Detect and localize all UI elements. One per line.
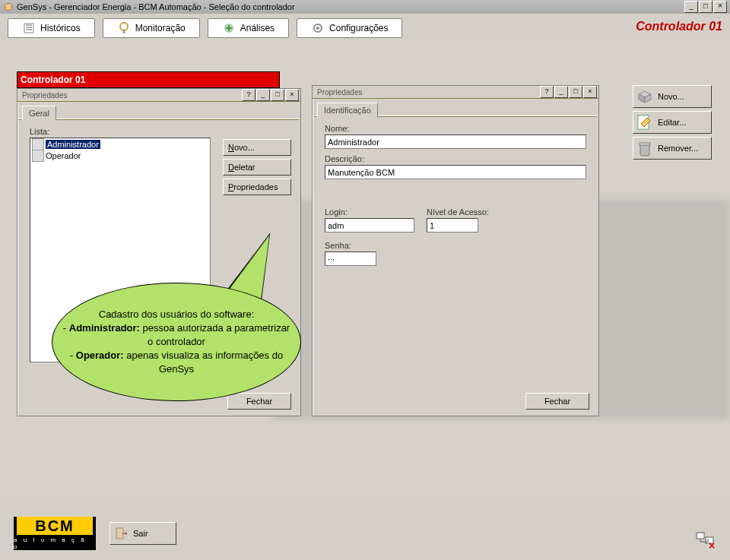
novo-side-button[interactable]: Novo...: [633, 85, 712, 108]
svg-point-7: [316, 27, 319, 30]
properties-panel-right: Propriedades ? _ □ × Identificação Nome:…: [312, 85, 599, 416]
svg-rect-11: [697, 533, 704, 539]
exit-icon: [115, 527, 129, 540]
panel-close[interactable]: ×: [583, 86, 597, 98]
monitoracao-label: Monitoração: [135, 23, 186, 33]
user-icon: [32, 138, 44, 150]
login-field[interactable]: adm: [325, 218, 414, 233]
svg-rect-9: [640, 143, 650, 145]
controller-header: Controlador 01: [17, 71, 280, 88]
propriedades-button[interactable]: Propriedades: [223, 179, 291, 195]
help-button[interactable]: ?: [242, 89, 256, 101]
gear-icon: [311, 21, 325, 35]
monitoracao-button[interactable]: Monitoração: [103, 18, 200, 38]
remover-side-label: Remover...: [658, 144, 698, 153]
nivel-label: Nível de Acesso:: [427, 207, 489, 217]
panel-minimize[interactable]: _: [554, 86, 568, 98]
list-item[interactable]: Operador: [30, 150, 210, 161]
sair-label: Sair: [133, 529, 148, 538]
callout-bubble: Cadastro dos usuários do software: - Adm…: [52, 283, 301, 401]
svg-rect-10: [116, 528, 123, 539]
panel-right-title: Propriedades: [314, 88, 539, 96]
svg-text:×: ×: [709, 539, 715, 551]
svg-rect-4: [123, 30, 125, 33]
content-area: Controlador 01 Propriedades ? _ □ × Gera…: [0, 40, 730, 495]
app-title-bar: GenSys - Gerenciador Energia - BCM Autom…: [0, 0, 730, 14]
monitoracao-icon: [117, 21, 131, 35]
box-icon: [636, 88, 653, 105]
callout-line2: - Administrador: pessoa autorizada a par…: [60, 321, 293, 349]
nome-field[interactable]: Administrador: [325, 134, 586, 149]
tab-identificacao[interactable]: Identificação: [317, 103, 378, 118]
bcm-logo: BCM a u t o m a ç ã o: [14, 517, 96, 550]
user-icon: [32, 150, 44, 162]
callout-line3: - Operador: apenas visualiza as informaç…: [60, 349, 293, 376]
list-item[interactable]: Administrador: [30, 138, 210, 150]
sair-button[interactable]: Sair: [110, 522, 176, 545]
trash-icon: [636, 140, 653, 157]
analises-label: Análises: [240, 23, 275, 33]
editar-side-label: Editar...: [658, 118, 686, 127]
edit-icon: [636, 114, 653, 131]
main-toolbar: Históricos Monitoração Análises Configur…: [0, 14, 730, 43]
panel-maximize[interactable]: □: [569, 86, 582, 98]
analises-icon: [222, 21, 236, 35]
fechar-button[interactable]: Fechar: [227, 393, 291, 410]
close-button[interactable]: ×: [713, 1, 727, 13]
login-label: Login:: [325, 207, 348, 217]
minimize-button[interactable]: _: [684, 1, 698, 13]
panel-close[interactable]: ×: [285, 89, 299, 101]
senha-field[interactable]: ···: [325, 252, 376, 266]
historicos-button[interactable]: Históricos: [8, 18, 95, 38]
help-button[interactable]: ?: [540, 86, 554, 98]
editar-side-button[interactable]: Editar...: [633, 111, 712, 134]
footer: BCM a u t o m a ç ã o Sair ×: [0, 507, 730, 560]
panel-left-header: Propriedades ? _ □ ×: [17, 89, 300, 102]
nivel-field[interactable]: 1: [427, 218, 478, 233]
tab-geral[interactable]: Geral: [22, 106, 56, 121]
controller-label: Controlador 01: [636, 20, 722, 33]
descricao-field[interactable]: Manutenção BCM: [325, 165, 586, 179]
remover-side-button[interactable]: Remover...: [633, 137, 712, 160]
panel-right-header: Propriedades ? _ □ ×: [313, 86, 598, 99]
nome-label: Nome:: [325, 124, 349, 133]
configuracoes-label: Configurações: [329, 23, 388, 33]
logo-subtext: a u t o m a ç ã o: [14, 536, 96, 550]
panel-minimize[interactable]: _: [256, 89, 270, 101]
panel-left-title: Propriedades: [19, 91, 241, 100]
app-title-text: GenSys - Gerenciador Energia - BCM Autom…: [17, 2, 684, 11]
maximize-button[interactable]: □: [699, 1, 713, 13]
novo-side-label: Novo...: [658, 92, 684, 101]
descricao-label: Descrição:: [325, 154, 364, 163]
controller-header-text: Controlador 01: [21, 74, 85, 85]
configuracoes-button[interactable]: Configurações: [297, 18, 402, 38]
historicos-icon: [22, 21, 36, 35]
list-label: Lista:: [30, 127, 49, 136]
analises-button[interactable]: Análises: [208, 18, 289, 38]
app-icon: [3, 2, 14, 12]
svg-point-3: [120, 23, 128, 30]
senha-label: Senha:: [325, 241, 351, 250]
panel-maximize[interactable]: □: [271, 89, 284, 101]
logo-text: BCM: [17, 517, 93, 535]
novo-button[interactable]: Novo...: [223, 139, 291, 156]
callout-line1: Cadastro dos usuários do software:: [60, 308, 293, 321]
fechar-button[interactable]: Fechar: [525, 393, 589, 410]
svg-rect-1: [6, 5, 11, 10]
deletar-button[interactable]: Deletar: [223, 159, 291, 176]
network-icon: ×: [695, 531, 715, 551]
historicos-label: Históricos: [40, 23, 81, 33]
